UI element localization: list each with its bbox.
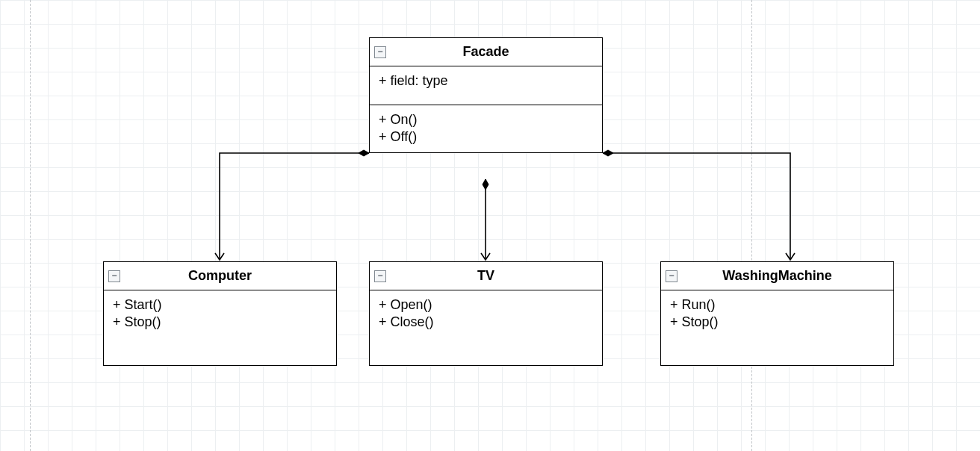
- class-washing-methods: + Run() + Stop(): [661, 290, 893, 365]
- class-facade[interactable]: Facade + field: type + On() + Off(): [369, 37, 603, 153]
- class-facade-fields: + field: type: [370, 66, 602, 105]
- diagram-canvas[interactable]: Facade + field: type + On() + Off() Comp…: [0, 0, 980, 451]
- class-washing-name: WashingMachine: [722, 268, 831, 283]
- page-boundary-right: [751, 0, 752, 451]
- collapse-toggle-icon[interactable]: [108, 270, 120, 282]
- edge-facade-washing: [603, 153, 790, 260]
- class-tv-name: TV: [477, 268, 494, 283]
- class-facade-title: Facade: [370, 38, 602, 66]
- class-facade-methods: + On() + Off(): [370, 105, 602, 152]
- class-washing-title: WashingMachine: [661, 262, 893, 290]
- class-computer[interactable]: Computer + Start() + Stop(): [103, 261, 337, 366]
- class-tv[interactable]: TV + Open() + Close(): [369, 261, 603, 366]
- class-tv-methods: + Open() + Close(): [370, 290, 602, 365]
- class-computer-name: Computer: [188, 268, 252, 283]
- collapse-toggle-icon[interactable]: [666, 270, 677, 282]
- class-computer-methods: + Start() + Stop(): [104, 290, 336, 365]
- edge-facade-computer: [220, 153, 369, 260]
- class-computer-title: Computer: [104, 262, 336, 290]
- collapse-toggle-icon[interactable]: [374, 46, 386, 58]
- page-boundary-left: [30, 0, 31, 451]
- class-facade-name: Facade: [462, 44, 509, 59]
- class-washingmachine[interactable]: WashingMachine + Run() + Stop(): [660, 261, 894, 366]
- collapse-toggle-icon[interactable]: [374, 270, 386, 282]
- class-tv-title: TV: [370, 262, 602, 290]
